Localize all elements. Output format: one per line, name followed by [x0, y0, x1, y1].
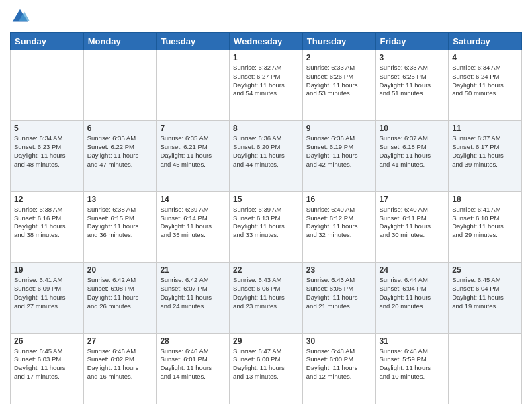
calendar-cell: 29Sunrise: 6:47 AM Sunset: 6:00 PM Dayli… — [230, 333, 303, 404]
day-info: Sunrise: 6:45 AM Sunset: 6:03 PM Dayligh… — [14, 347, 80, 381]
day-info: Sunrise: 6:35 AM Sunset: 6:22 PM Dayligh… — [87, 134, 153, 169]
day-number: 25 — [452, 265, 518, 275]
weekday-header-saturday: Saturday — [449, 33, 522, 50]
calendar-cell: 9Sunrise: 6:36 AM Sunset: 6:19 PM Daylig… — [302, 121, 375, 191]
day-info: Sunrise: 6:48 AM Sunset: 5:59 PM Dayligh… — [380, 347, 445, 381]
calendar-cell: 14Sunrise: 6:39 AM Sunset: 6:14 PM Dayli… — [157, 191, 230, 262]
day-info: Sunrise: 6:37 AM Sunset: 6:17 PM Dayligh… — [452, 134, 518, 169]
calendar-cell: 15Sunrise: 6:39 AM Sunset: 6:13 PM Dayli… — [230, 191, 303, 262]
day-info: Sunrise: 6:34 AM Sunset: 6:23 PM Dayligh… — [14, 134, 80, 169]
day-info: Sunrise: 6:38 AM Sunset: 6:15 PM Dayligh… — [87, 205, 153, 240]
day-info: Sunrise: 6:42 AM Sunset: 6:08 PM Dayligh… — [87, 276, 153, 310]
weekday-header-thursday: Thursday — [302, 33, 375, 50]
day-number: 14 — [160, 195, 226, 204]
day-info: Sunrise: 6:38 AM Sunset: 6:16 PM Dayligh… — [14, 205, 80, 240]
day-info: Sunrise: 6:44 AM Sunset: 6:04 PM Dayligh… — [380, 276, 445, 310]
day-number: 28 — [160, 336, 226, 346]
day-info: Sunrise: 6:41 AM Sunset: 6:10 PM Dayligh… — [452, 205, 518, 240]
day-number: 8 — [233, 124, 299, 133]
day-number: 19 — [14, 265, 80, 275]
calendar-cell: 17Sunrise: 6:40 AM Sunset: 6:11 PM Dayli… — [375, 191, 449, 262]
week-row-1: 5Sunrise: 6:34 AM Sunset: 6:23 PM Daylig… — [11, 121, 522, 191]
day-number: 15 — [233, 195, 299, 204]
week-row-3: 19Sunrise: 6:41 AM Sunset: 6:09 PM Dayli… — [11, 263, 522, 333]
day-info: Sunrise: 6:39 AM Sunset: 6:13 PM Dayligh… — [233, 205, 299, 240]
calendar-cell: 2Sunrise: 6:33 AM Sunset: 6:26 PM Daylig… — [302, 50, 375, 121]
weekday-header-friday: Friday — [375, 33, 449, 50]
calendar-cell: 26Sunrise: 6:45 AM Sunset: 6:03 PM Dayli… — [11, 333, 84, 404]
calendar-cell: 30Sunrise: 6:48 AM Sunset: 6:00 PM Dayli… — [302, 333, 375, 404]
day-info: Sunrise: 6:47 AM Sunset: 6:00 PM Dayligh… — [233, 347, 299, 381]
day-info: Sunrise: 6:43 AM Sunset: 6:05 PM Dayligh… — [306, 276, 372, 310]
calendar-cell — [11, 50, 84, 121]
day-number: 21 — [160, 265, 226, 275]
day-number: 6 — [87, 124, 153, 133]
day-info: Sunrise: 6:46 AM Sunset: 6:01 PM Dayligh… — [160, 347, 226, 381]
calendar-cell: 8Sunrise: 6:36 AM Sunset: 6:20 PM Daylig… — [230, 121, 303, 191]
day-number: 30 — [306, 336, 372, 346]
calendar-cell: 10Sunrise: 6:37 AM Sunset: 6:18 PM Dayli… — [375, 121, 449, 191]
day-info: Sunrise: 6:48 AM Sunset: 6:00 PM Dayligh… — [306, 347, 372, 381]
day-number: 18 — [452, 195, 518, 204]
day-info: Sunrise: 6:34 AM Sunset: 6:24 PM Dayligh… — [452, 64, 518, 98]
weekday-header-monday: Monday — [83, 33, 157, 50]
weekday-header-wednesday: Wednesday — [230, 33, 303, 50]
day-number: 1 — [233, 53, 299, 62]
day-number: 9 — [306, 124, 372, 133]
day-number: 24 — [380, 265, 445, 275]
day-info: Sunrise: 6:40 AM Sunset: 6:11 PM Dayligh… — [380, 205, 445, 240]
calendar-cell: 31Sunrise: 6:48 AM Sunset: 5:59 PM Dayli… — [375, 333, 449, 404]
calendar-cell: 16Sunrise: 6:40 AM Sunset: 6:12 PM Dayli… — [302, 191, 375, 262]
logo-icon — [10, 7, 30, 27]
calendar-cell — [83, 50, 157, 121]
day-number: 12 — [14, 195, 80, 204]
day-info: Sunrise: 6:33 AM Sunset: 6:25 PM Dayligh… — [380, 64, 445, 98]
day-number: 2 — [306, 53, 372, 62]
day-info: Sunrise: 6:43 AM Sunset: 6:06 PM Dayligh… — [233, 276, 299, 310]
weekday-header-sunday: Sunday — [11, 33, 84, 50]
day-info: Sunrise: 6:32 AM Sunset: 6:27 PM Dayligh… — [233, 64, 299, 98]
day-info: Sunrise: 6:39 AM Sunset: 6:14 PM Dayligh… — [160, 205, 226, 240]
day-number: 11 — [452, 124, 518, 133]
day-info: Sunrise: 6:46 AM Sunset: 6:02 PM Dayligh… — [87, 347, 153, 381]
day-number: 29 — [233, 336, 299, 346]
calendar-cell — [449, 333, 522, 404]
day-number: 20 — [87, 265, 153, 275]
calendar-cell: 4Sunrise: 6:34 AM Sunset: 6:24 PM Daylig… — [449, 50, 522, 121]
day-info: Sunrise: 6:36 AM Sunset: 6:19 PM Dayligh… — [306, 134, 372, 169]
page: SundayMondayTuesdayWednesdayThursdayFrid… — [0, 0, 532, 411]
calendar-cell: 1Sunrise: 6:32 AM Sunset: 6:27 PM Daylig… — [230, 50, 303, 121]
calendar-cell: 12Sunrise: 6:38 AM Sunset: 6:16 PM Dayli… — [11, 191, 84, 262]
calendar-cell: 18Sunrise: 6:41 AM Sunset: 6:10 PM Dayli… — [449, 191, 522, 262]
calendar-cell: 22Sunrise: 6:43 AM Sunset: 6:06 PM Dayli… — [230, 263, 303, 333]
day-number: 4 — [452, 53, 518, 62]
day-info: Sunrise: 6:33 AM Sunset: 6:26 PM Dayligh… — [306, 64, 372, 98]
day-info: Sunrise: 6:41 AM Sunset: 6:09 PM Dayligh… — [14, 276, 80, 310]
day-number: 7 — [160, 124, 226, 133]
week-row-4: 26Sunrise: 6:45 AM Sunset: 6:03 PM Dayli… — [11, 333, 522, 404]
day-number: 27 — [87, 336, 153, 346]
day-number: 16 — [306, 195, 372, 204]
calendar-cell: 28Sunrise: 6:46 AM Sunset: 6:01 PM Dayli… — [157, 333, 230, 404]
day-number: 26 — [14, 336, 80, 346]
week-row-0: 1Sunrise: 6:32 AM Sunset: 6:27 PM Daylig… — [11, 50, 522, 121]
day-number: 22 — [233, 265, 299, 275]
calendar-cell: 7Sunrise: 6:35 AM Sunset: 6:21 PM Daylig… — [157, 121, 230, 191]
day-number: 31 — [380, 336, 445, 346]
day-number: 17 — [380, 195, 445, 204]
weekday-header-tuesday: Tuesday — [157, 33, 230, 50]
day-info: Sunrise: 6:45 AM Sunset: 6:04 PM Dayligh… — [452, 276, 518, 310]
calendar-cell: 21Sunrise: 6:42 AM Sunset: 6:07 PM Dayli… — [157, 263, 230, 333]
calendar-cell: 19Sunrise: 6:41 AM Sunset: 6:09 PM Dayli… — [11, 263, 84, 333]
day-number: 3 — [380, 53, 445, 62]
calendar-cell: 24Sunrise: 6:44 AM Sunset: 6:04 PM Dayli… — [375, 263, 449, 333]
day-info: Sunrise: 6:35 AM Sunset: 6:21 PM Dayligh… — [160, 134, 226, 169]
day-number: 13 — [87, 195, 153, 204]
calendar-cell: 3Sunrise: 6:33 AM Sunset: 6:25 PM Daylig… — [375, 50, 449, 121]
calendar-cell: 13Sunrise: 6:38 AM Sunset: 6:15 PM Dayli… — [83, 191, 157, 262]
calendar-cell: 27Sunrise: 6:46 AM Sunset: 6:02 PM Dayli… — [83, 333, 157, 404]
day-info: Sunrise: 6:42 AM Sunset: 6:07 PM Dayligh… — [160, 276, 226, 310]
calendar-cell: 25Sunrise: 6:45 AM Sunset: 6:04 PM Dayli… — [449, 263, 522, 333]
calendar-cell — [157, 50, 230, 121]
calendar-cell: 6Sunrise: 6:35 AM Sunset: 6:22 PM Daylig… — [83, 121, 157, 191]
